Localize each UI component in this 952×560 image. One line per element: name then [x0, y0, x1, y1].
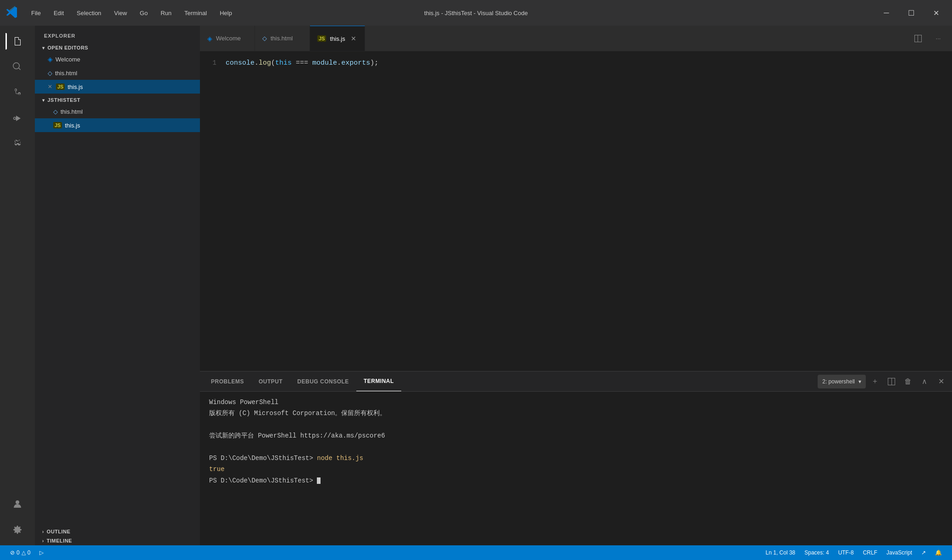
timeline-label: TIMELINE [47, 538, 72, 543]
term-line-4: 尝试新的跨平台 PowerShell https://aka.ms/pscore… [209, 431, 943, 441]
tab-welcome-icon: ◈ [207, 35, 212, 42]
window-title: this.js - JSthisTest - Visual Studio Cod… [424, 10, 528, 17]
menu-edit[interactable]: Edit [48, 5, 69, 21]
minimize-button[interactable]: ─ [876, 5, 897, 21]
menu-go[interactable]: Go [134, 5, 153, 21]
outline-section[interactable]: › OUTLINE [35, 527, 200, 536]
tab-bar-actions: ··· [910, 30, 952, 47]
warning-count: 0 [28, 549, 31, 556]
sidebar-item-this-js[interactable]: JS this.js [35, 118, 200, 132]
status-encoding[interactable]: UTF-8 [834, 545, 858, 560]
code-editor[interactable]: 1 console.log(this === module.exports); [200, 51, 952, 371]
sidebar-item-welcome[interactable]: ◈ Welcome [35, 52, 200, 66]
menu-file[interactable]: File [26, 5, 46, 21]
more-actions-button[interactable]: ··· [930, 30, 946, 47]
maximize-button[interactable]: ☐ [901, 5, 922, 21]
app-body: EXPLORER ▾ OPEN EDITORS ◈ Welcome ◇ this… [0, 26, 952, 545]
terminal-content[interactable]: Windows PowerShell 版权所有 (C) Microsoft Co… [200, 392, 952, 545]
chevron-down-icon-3: ▾ [858, 378, 861, 385]
js-file-icon-2: JS [53, 122, 62, 128]
status-position[interactable]: Ln 1, Col 38 [761, 545, 800, 560]
code-line-1: 1 console.log(this === module.exports); [200, 57, 952, 69]
status-language[interactable]: JavaScript [882, 545, 917, 560]
tab-this-html[interactable]: ◇ this.html [255, 26, 310, 51]
panel-close-button[interactable]: ✕ [934, 374, 948, 389]
menu-help[interactable]: Help [214, 5, 238, 21]
chevron-right-icon: › [42, 529, 44, 534]
svg-point-0 [14, 117, 16, 120]
terminal-selector-label: 2: powershell [822, 378, 855, 385]
feedback-icon: ↗ [921, 549, 926, 556]
terminal-cursor [317, 477, 321, 484]
title-bar: File Edit Selection View Go Run Terminal… [0, 0, 952, 26]
status-eol-label: CRLF [863, 549, 877, 556]
panel-tab-output[interactable]: OUTPUT [251, 371, 290, 391]
panel-actions: 2: powershell ▾ ＋ 🗑 ∧ ✕ [818, 374, 948, 389]
sidebar-bottom: › OUTLINE › TIMELINE [35, 527, 200, 545]
tab-js-icon: JS [317, 35, 326, 42]
activity-bottom [6, 492, 29, 545]
status-feedback[interactable]: ↗ [917, 545, 930, 560]
menu-terminal[interactable]: Terminal [179, 5, 212, 21]
panel-collapse-button[interactable]: ∧ [917, 374, 932, 389]
term-line-6: PS D:\Code\Demo\JSthisTest> node this.js [209, 453, 943, 463]
activity-bar [0, 26, 35, 545]
sidebar-item-this-html-open[interactable]: ◇ this.html [35, 66, 200, 80]
menu-bar: File Edit Selection View Go Run Terminal… [26, 5, 238, 21]
panel-tab-debug-console[interactable]: DEBUG CONSOLE [290, 371, 356, 391]
error-icon: ⊘ [10, 549, 15, 556]
activity-explorer[interactable] [6, 29, 29, 53]
terminal-selector[interactable]: 2: powershell ▾ [818, 375, 866, 388]
tab-this-js[interactable]: JS this.js ✕ [310, 26, 365, 51]
activity-run-debug[interactable] [6, 106, 29, 130]
term-line-8: PS D:\Code\Demo\JSthisTest> [209, 476, 943, 486]
tab-close-button[interactable]: ✕ [351, 35, 356, 42]
panel-tab-terminal[interactable]: TERMINAL [356, 371, 401, 391]
new-terminal-button[interactable]: ＋ [868, 374, 882, 389]
term-line-1: Windows PowerShell [209, 397, 943, 407]
activity-search[interactable] [6, 55, 29, 79]
vscode-file-icon: ◈ [48, 55, 53, 63]
outline-label: OUTLINE [47, 529, 71, 534]
status-notification[interactable]: 🔔 [930, 545, 946, 560]
menu-run[interactable]: Run [155, 5, 177, 21]
menu-selection[interactable]: Selection [71, 5, 106, 21]
html-file-icon-2: ◇ [53, 108, 58, 115]
close-icon[interactable]: ✕ [48, 83, 52, 90]
status-run[interactable]: ▷ [35, 545, 48, 560]
close-button[interactable]: ✕ [925, 5, 946, 21]
window-controls: ─ ☐ ✕ [876, 5, 946, 21]
sidebar-item-this-js-open[interactable]: ✕ JS this.js [35, 80, 200, 94]
tab-welcome[interactable]: ◈ Welcome [200, 26, 255, 51]
project-header[interactable]: ▾ JSTHISTEST [35, 95, 200, 105]
split-terminal-button[interactable] [884, 374, 899, 389]
term-output-true: true [209, 464, 943, 474]
split-editor-button[interactable] [910, 30, 926, 47]
js-file-icon: JS [56, 83, 65, 90]
activity-extensions[interactable] [6, 132, 29, 156]
panel-tabs: PROBLEMS OUTPUT DEBUG CONSOLE TERMINAL 2… [200, 371, 952, 392]
timeline-section[interactable]: › TIMELINE [35, 536, 200, 545]
run-icon: ▷ [39, 549, 44, 556]
status-spaces[interactable]: Spaces: 4 [800, 545, 833, 560]
menu-view[interactable]: View [109, 5, 133, 21]
sidebar-item-this-html-label: this.html [61, 108, 83, 115]
chevron-right-icon-2: › [42, 538, 44, 543]
sidebar-item-this-html-open-label: this.html [55, 70, 77, 77]
sidebar-item-this-html[interactable]: ◇ this.html [35, 105, 200, 118]
kill-terminal-button[interactable]: 🗑 [901, 374, 915, 389]
panel-tab-problems[interactable]: PROBLEMS [204, 371, 251, 391]
activity-account[interactable] [6, 492, 29, 516]
sidebar-item-welcome-label: Welcome [55, 56, 80, 63]
code-content-1: console.log(this === module.exports); [226, 59, 378, 67]
project-section: ▾ JSTHISTEST ◇ this.html JS this.js [35, 94, 200, 133]
open-editors-header[interactable]: ▾ OPEN EDITORS [35, 43, 200, 52]
status-errors[interactable]: ⊘ 0 △ 0 [6, 545, 35, 560]
activity-source-control[interactable] [6, 81, 29, 105]
term-line-3 [209, 420, 943, 430]
status-eol[interactable]: CRLF [858, 545, 882, 560]
status-encoding-label: UTF-8 [838, 549, 854, 556]
status-spaces-label: Spaces: 4 [804, 549, 829, 556]
activity-settings[interactable] [6, 518, 29, 542]
status-language-label: JavaScript [886, 549, 912, 556]
